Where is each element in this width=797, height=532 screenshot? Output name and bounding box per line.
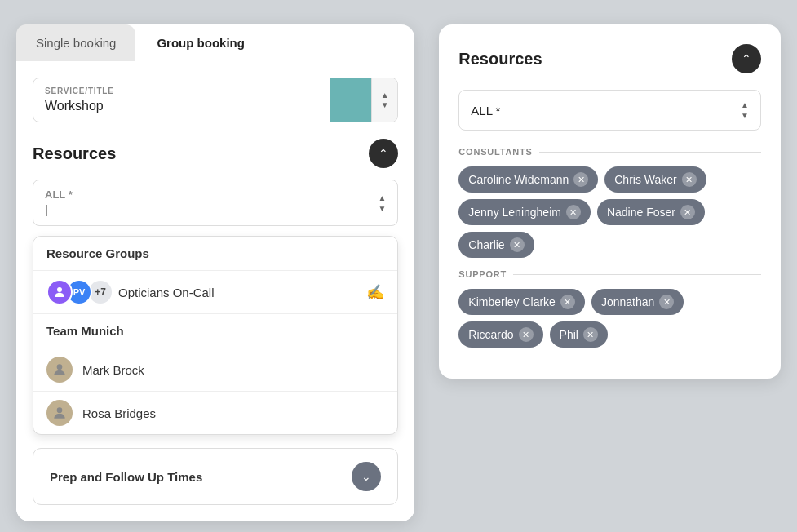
consultant-name-nadine: Nadine Foser	[607, 206, 675, 219]
tag-jonnathan: Jonnathan ✕	[591, 289, 684, 315]
chevron-up-icon-right: ⌃	[742, 52, 751, 65]
dropdown-list: Resource Groups PV +7 Opticians On-Call …	[33, 236, 398, 435]
prep-title: Prep and Follow Up Times	[50, 470, 202, 484]
tag-close-riccardo[interactable]: ✕	[519, 327, 534, 342]
tag-close-kimberley[interactable]: ✕	[560, 295, 575, 309]
chevron-up-icon: ⌃	[379, 147, 388, 160]
resource-groups-header: Resource Groups	[33, 237, 397, 270]
left-panel: Single booking Group booking SERVICE/TIT…	[16, 24, 414, 521]
team-munich-header: Team Munich	[33, 313, 397, 348]
dropdown-down-icon: ▼	[378, 204, 386, 213]
resources-collapse-button[interactable]: ⌃	[369, 139, 398, 168]
consultants-label: CONSULTANTS	[458, 147, 761, 157]
all-dropdown-left: ALL *	[45, 188, 378, 217]
right-resources-title: Resources	[458, 50, 542, 69]
tabs: Single booking Group booking	[16, 24, 414, 61]
service-row: SERVICE/TITLE Workshop ▲ ▼	[33, 78, 398, 122]
tag-kimberley-clarke: Kimberley Clarke ✕	[458, 289, 585, 315]
tag-phil: Phil ✕	[550, 321, 608, 348]
tag-caroline-widemann: Caroline Widemann ✕	[458, 166, 598, 193]
rosa-bridges-avatar	[46, 400, 73, 426]
mark-brock-item[interactable]: Mark Brock	[33, 348, 397, 391]
tag-jenny-leningheim: Jenny Leningheim ✕	[458, 199, 591, 225]
tag-riccardo: Riccardo ✕	[458, 321, 542, 348]
opticians-oncall-name: Opticians On-Call	[118, 286, 215, 299]
service-field: SERVICE/TITLE Workshop	[33, 78, 330, 122]
service-stepper[interactable]: ▲ ▼	[371, 78, 397, 122]
consultant-name-jenny: Jenny Leningheim	[468, 206, 561, 219]
svg-point-2	[57, 407, 63, 413]
support-name-phil: Phil	[560, 328, 578, 341]
all-label: ALL *	[45, 188, 378, 201]
tag-chris-waker: Chris Waker ✕	[604, 166, 706, 193]
panel-body: SERVICE/TITLE Workshop ▲ ▼ Resources ⌃ A…	[16, 61, 414, 521]
service-color-button[interactable]	[330, 78, 371, 122]
tag-close-phil[interactable]: ✕	[583, 327, 598, 342]
consultant-name-caroline: Caroline Widemann	[468, 173, 569, 186]
support-name-jonnathan: Jonnathan	[601, 295, 654, 308]
service-label: SERVICE/TITLE	[45, 86, 319, 95]
right-resources-collapse-button[interactable]: ⌃	[732, 44, 761, 73]
tag-nadine-foser: Nadine Foser ✕	[597, 199, 705, 225]
right-all-dropdown[interactable]: ALL * ▲ ▼	[458, 90, 761, 131]
rosa-bridges-item[interactable]: Rosa Bridges	[33, 391, 397, 434]
tab-single-booking[interactable]: Single booking	[16, 24, 135, 61]
consultants-tags: Caroline Widemann ✕ Chris Waker ✕ Jenny …	[458, 166, 761, 258]
mark-brock-avatar	[46, 357, 73, 383]
mark-brock-name: Mark Brock	[82, 363, 144, 377]
tag-charlie: Charlie ✕	[458, 232, 534, 258]
consultant-name-chris: Chris Waker	[614, 173, 677, 186]
all-dropdown[interactable]: ALL * ▲ ▼	[33, 180, 398, 226]
consultant-name-charlie: Charlie	[468, 238, 504, 251]
svg-point-0	[57, 287, 62, 292]
right-panel: Resources ⌃ ALL * ▲ ▼ CONSULTANTS Caroli…	[439, 24, 781, 379]
prep-collapse-button[interactable]: ⌄	[352, 462, 381, 491]
tag-close-nadine[interactable]: ✕	[680, 205, 695, 219]
search-input[interactable]	[45, 202, 378, 216]
tag-close-jenny[interactable]: ✕	[566, 205, 581, 219]
support-label: SUPPORT	[458, 269, 761, 279]
avatar-group: PV +7	[46, 279, 112, 305]
svg-point-1	[57, 364, 63, 370]
tag-close-caroline[interactable]: ✕	[573, 172, 588, 187]
service-value: Workshop	[45, 99, 319, 113]
right-all-label: ALL *	[471, 104, 500, 117]
dropdown-stepper[interactable]: ▲ ▼	[378, 193, 386, 213]
stepper-down-icon: ▼	[381, 101, 389, 109]
support-tags: Kimberley Clarke ✕ Jonnathan ✕ Riccardo …	[458, 289, 761, 348]
resources-section-header: Resources ⌃	[33, 139, 398, 168]
chevron-down-icon: ⌄	[361, 470, 371, 483]
stepper-up-icon: ▲	[381, 91, 389, 100]
right-stepper-down-icon: ▼	[741, 111, 749, 120]
opticians-oncall-item[interactable]: PV +7 Opticians On-Call ✍	[33, 270, 397, 313]
tab-group-booking[interactable]: Group booking	[137, 24, 263, 61]
right-dropdown-stepper[interactable]: ▲ ▼	[741, 100, 749, 120]
avatar-count-badge: +7	[89, 281, 112, 304]
support-name-kimberley: Kimberley Clarke	[468, 295, 556, 308]
avatar-1	[46, 279, 73, 305]
support-name-riccardo: Riccardo	[468, 328, 513, 341]
cursor-icon: ✍	[366, 283, 384, 301]
dropdown-up-icon: ▲	[378, 193, 386, 202]
right-stepper-up-icon: ▲	[741, 100, 749, 109]
tag-close-chris[interactable]: ✕	[682, 172, 697, 187]
tag-close-charlie[interactable]: ✕	[510, 237, 525, 252]
tag-close-jonnathan[interactable]: ✕	[659, 295, 674, 309]
prep-section[interactable]: Prep and Follow Up Times ⌄	[33, 448, 398, 505]
resources-title: Resources	[33, 144, 116, 163]
rosa-bridges-name: Rosa Bridges	[82, 406, 156, 420]
right-resources-header: Resources ⌃	[458, 44, 761, 73]
